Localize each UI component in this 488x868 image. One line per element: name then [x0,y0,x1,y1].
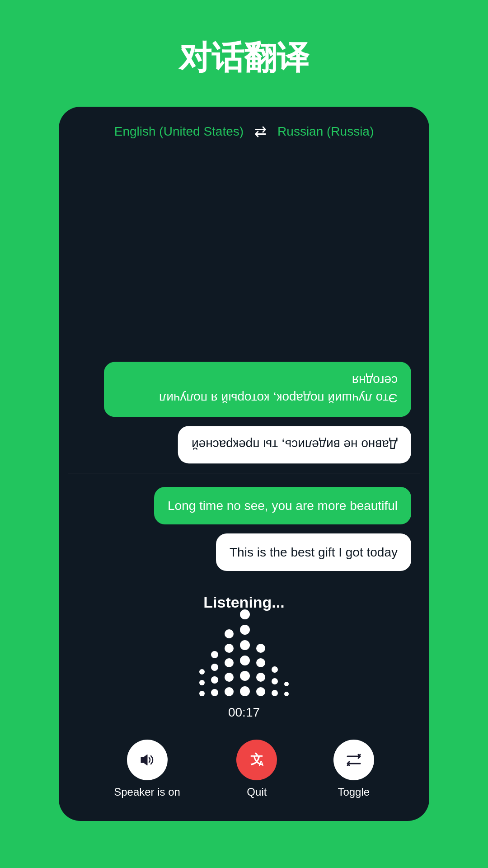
speaker-icon [137,750,157,770]
phone-card: English (United States) ⇄ Russian (Russi… [59,107,429,821]
dot [225,673,234,682]
wave-col-6 [272,666,278,696]
dot [225,644,234,653]
bottom-controls: Speaker is on 文 A Quit [59,731,429,821]
speaker-control[interactable]: Speaker is on [114,740,180,798]
toggle-control[interactable]: Toggle [333,740,374,798]
quit-label: Quit [247,786,267,798]
swap-icon[interactable]: ⇄ [254,123,267,140]
quit-button[interactable]: 文 A [236,740,277,780]
dot [199,669,205,675]
dot [211,676,218,684]
language-header: English (United States) ⇄ Russian (Russi… [59,107,429,151]
timer-display: 00:17 [228,705,260,720]
dot [284,692,289,696]
lower-bubble-green: Long time no see, you are more beautiful [154,487,411,524]
page-title: 对话翻译 [179,36,309,80]
dot [225,658,234,667]
dot [272,690,278,696]
wave-col-7 [284,682,289,696]
quit-control[interactable]: 文 A Quit [236,740,277,798]
dot [256,687,265,696]
dot [256,644,265,653]
speaker-label: Speaker is on [114,786,180,798]
dot [211,689,218,696]
dot [199,691,205,696]
dot [256,673,265,682]
source-language[interactable]: English (United States) [114,124,244,139]
upper-bubble-white: Давно не виделись, ты прекрасней [178,426,411,463]
waveform [199,624,289,696]
svg-text:A: A [259,760,264,768]
dot [240,671,250,681]
wave-col-5 [256,644,265,696]
chat-lower: Long time no see, you are more beautiful… [59,473,429,585]
dot [225,629,234,638]
wave-col-2 [211,651,218,696]
wave-col-4 [240,609,250,696]
dot [240,656,250,665]
dot [199,680,205,685]
dot [225,687,234,696]
lower-bubble-white: This is the best gift I got today [216,533,411,571]
dot [272,666,278,673]
chat-upper: Это лучший подарок, который я получил се… [59,151,429,473]
wave-col-1 [199,669,205,696]
target-language[interactable]: Russian (Russia) [277,124,374,139]
dot [272,678,278,684]
wave-col-3 [225,629,234,696]
listening-status: Listening... [203,594,284,611]
translate-icon: 文 A [247,750,267,770]
dot [284,682,289,686]
dot [240,640,250,650]
dot [240,686,250,696]
dot [256,658,265,667]
dot [211,664,218,671]
dot [240,625,250,635]
toggle-icon [344,750,364,770]
upper-bubble-green: Это лучший подарок, который я получил се… [104,362,411,417]
toggle-button[interactable] [333,740,374,780]
toggle-label: Toggle [338,786,370,798]
listening-area: Listening... [59,585,429,731]
dot [240,609,250,619]
speaker-button[interactable] [127,740,168,780]
dot [211,651,218,658]
